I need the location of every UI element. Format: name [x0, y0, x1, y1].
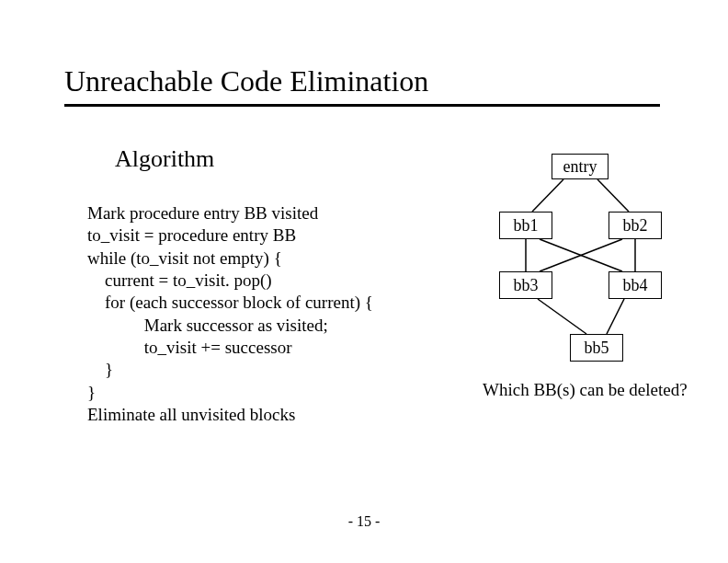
node-bb1: bb1: [499, 212, 552, 239]
cfg-diagram: entry bb1 bb2 bb3 bb4 bb5: [483, 143, 708, 391]
svg-line-6: [538, 299, 586, 334]
algo-line: current = to_visit. pop(): [87, 270, 272, 290]
node-entry: entry: [552, 154, 609, 179]
node-label: bb4: [623, 276, 648, 295]
page-title: Unreachable Code Elimination: [64, 64, 428, 98]
node-bb3: bb3: [499, 271, 552, 299]
page-number: - 15 -: [0, 513, 728, 530]
algo-line: to_visit = procedure entry BB: [87, 225, 296, 245]
node-label: bb5: [585, 339, 609, 358]
svg-line-0: [532, 179, 563, 212]
node-label: bb1: [514, 216, 539, 236]
title-rule: [64, 104, 660, 107]
node-bb2: bb2: [609, 212, 662, 239]
algo-line: Eliminate all unvisited blocks: [87, 405, 295, 424]
svg-line-1: [597, 179, 629, 212]
node-label: bb2: [623, 216, 648, 236]
subtitle: Algorithm: [115, 145, 214, 173]
algo-line: }: [87, 360, 113, 379]
algo-line: for (each successor block of current) {: [87, 293, 373, 312]
node-bb4: bb4: [609, 271, 662, 299]
node-label: bb3: [514, 276, 539, 295]
algo-line: }: [87, 383, 96, 402]
algo-line: Mark successor as visited;: [87, 316, 328, 335]
algo-line: while (to_visit not empty) {: [87, 248, 282, 268]
svg-line-7: [607, 299, 624, 334]
node-bb5: bb5: [570, 334, 623, 362]
algorithm-text: Mark procedure entry BB visited to_visit…: [87, 202, 373, 426]
node-label: entry: [563, 157, 597, 177]
algo-line: Mark procedure entry BB visited: [87, 203, 318, 223]
algo-line: to_visit += successor: [87, 338, 292, 357]
slide: Unreachable Code Elimination Algorithm M…: [0, 0, 728, 563]
